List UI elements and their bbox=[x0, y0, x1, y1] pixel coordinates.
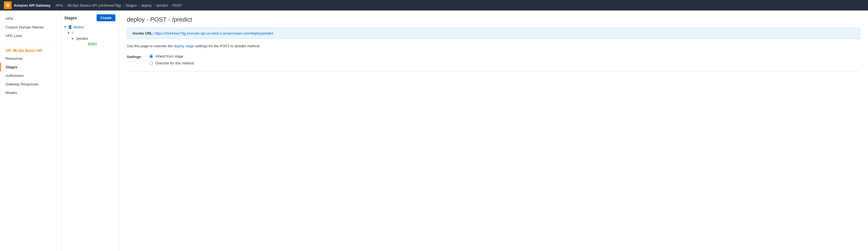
sidebar-item-gateway-responses[interactable]: Gateway Responses bbox=[0, 80, 61, 88]
override-label: Override for this method bbox=[155, 61, 194, 65]
api-label-prefix: API: bbox=[5, 49, 12, 52]
invoke-url-bar: Invoke URL: https://x544owe78g.execute-a… bbox=[127, 28, 860, 39]
tree-deploy-item[interactable]: ▼ 👤 deploy bbox=[61, 24, 119, 30]
sidebar-api-label: API: MLOps Basics API bbox=[0, 46, 61, 54]
predict-label: /predict bbox=[76, 36, 88, 41]
slash-label: / bbox=[72, 31, 73, 35]
post-method-label: POST bbox=[88, 42, 97, 46]
settings-section: Settings Inherit from stage Override for… bbox=[127, 54, 860, 65]
sidebar-divider bbox=[0, 43, 61, 43]
breadcrumb-deploy[interactable]: deploy bbox=[141, 3, 152, 7]
breadcrumb-api-name[interactable]: MLOps Basics API (x544owe78g) bbox=[67, 3, 121, 7]
breadcrumb-post[interactable]: POST bbox=[173, 3, 182, 7]
breadcrumb-apis[interactable]: APIs bbox=[55, 3, 63, 7]
override-radio[interactable] bbox=[149, 61, 153, 65]
invoke-url-link[interactable]: https://x544owe78g.execute-api.us-west-2… bbox=[154, 31, 273, 35]
breadcrumb: APIs › MLOps Basics API (x544owe78g) › S… bbox=[55, 3, 182, 7]
inherit-radio[interactable] bbox=[149, 55, 153, 58]
deploy-stage-link[interactable]: deploy stage bbox=[174, 44, 194, 48]
page-title: deploy - POST - /predict bbox=[127, 16, 860, 23]
breadcrumb-stages[interactable]: Stages bbox=[126, 3, 137, 7]
sidebar-item-apis[interactable]: APIs bbox=[0, 14, 61, 23]
create-button[interactable]: Create bbox=[97, 14, 116, 21]
deploy-stage-icon: 👤 bbox=[68, 25, 72, 29]
invoke-url-label: Invoke URL: bbox=[132, 31, 154, 35]
breadcrumb-predict[interactable]: /predict bbox=[156, 3, 168, 7]
sidebar-item-models[interactable]: Models bbox=[0, 88, 61, 97]
description-suffix: settings for the POST to /predict method… bbox=[194, 44, 260, 48]
sidebar-item-authorizers[interactable]: Authorizers bbox=[0, 71, 61, 80]
content-divider bbox=[127, 71, 860, 72]
top-bar: ⚙ Amazon API Gateway APIs › MLOps Basics… bbox=[0, 0, 868, 10]
tree-predict-item[interactable]: ▼ /predict bbox=[61, 36, 119, 41]
logo: ⚙ Amazon API Gateway bbox=[4, 1, 51, 9]
override-option[interactable]: Override for this method bbox=[149, 61, 194, 65]
logo-text: Amazon API Gateway bbox=[14, 3, 51, 7]
inherit-from-stage-option[interactable]: Inherit from stage bbox=[149, 54, 194, 58]
settings-label: Settings bbox=[127, 54, 141, 59]
description-text: Use this page to override the deploy sta… bbox=[127, 44, 860, 48]
content-panel: deploy - POST - /predict Invoke URL: htt… bbox=[119, 10, 868, 251]
main-layout: APIs Custom Domain Names VPC Links API: … bbox=[0, 10, 868, 251]
stages-panel-wrapper: Stages Create ▼ 👤 deploy ▼ / ▼ /predict … bbox=[61, 10, 119, 251]
slash-arrow-icon: ▼ bbox=[67, 31, 70, 35]
sidebar: APIs Custom Domain Names VPC Links API: … bbox=[0, 10, 61, 251]
deploy-arrow-icon: ▼ bbox=[64, 26, 67, 29]
predict-arrow-icon: ▼ bbox=[71, 37, 74, 40]
description-prefix: Use this page to override the bbox=[127, 44, 174, 48]
sidebar-item-stages[interactable]: Stages bbox=[0, 63, 61, 71]
stages-title: Stages bbox=[64, 16, 77, 20]
sidebar-item-custom-domain[interactable]: Custom Domain Names bbox=[0, 23, 61, 32]
sidebar-item-vpc-links[interactable]: VPC Links bbox=[0, 32, 61, 40]
sidebar-item-resources[interactable]: Resources bbox=[0, 54, 61, 63]
api-name: MLOps Basics API bbox=[13, 49, 42, 52]
stages-header: Stages Create bbox=[61, 13, 119, 24]
stages-panel: Stages Create ▼ 👤 deploy ▼ / ▼ /predict … bbox=[61, 10, 119, 251]
settings-options: Inherit from stage Override for this met… bbox=[149, 54, 194, 65]
tree-post-item[interactable]: POST bbox=[61, 41, 119, 47]
inherit-label: Inherit from stage bbox=[155, 54, 183, 58]
logo-icon: ⚙ bbox=[4, 1, 11, 9]
deploy-stage-label[interactable]: deploy bbox=[73, 25, 84, 29]
tree-slash-item[interactable]: ▼ / bbox=[61, 30, 119, 36]
